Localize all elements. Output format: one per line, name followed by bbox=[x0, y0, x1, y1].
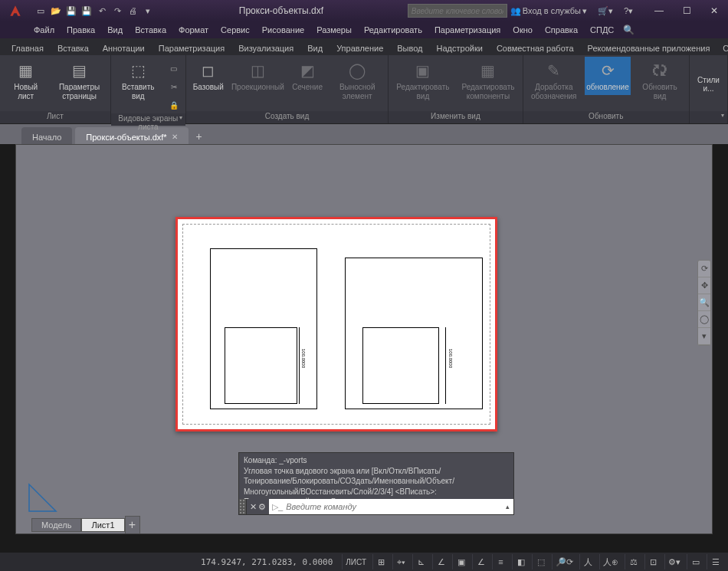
new-layout-button[interactable]: ▦ Новый лист bbox=[3, 57, 48, 103]
signin-button[interactable]: 👥 Вход в службы ▾ bbox=[507, 6, 590, 16]
panel-update: ✎ Доработка обозначения ⟳ обновление 🗘 О… bbox=[523, 55, 690, 123]
ucs-icon[interactable] bbox=[25, 477, 64, 515]
sb-selection-icon[interactable]: ⬚ bbox=[532, 554, 549, 569]
panel-viewports: ⬚ Вставить вид ▭ ✂ 🔒 Видовые экраны лист… bbox=[111, 55, 186, 123]
command-input[interactable] bbox=[286, 502, 501, 511]
ribbon-tab-collab[interactable]: Совместная работа bbox=[490, 41, 581, 55]
ribbon-tab-visualize[interactable]: Визуализация bbox=[231, 41, 300, 55]
maximize-button[interactable]: ☐ bbox=[673, 1, 700, 21]
qat-print-icon[interactable]: 🖨 bbox=[126, 4, 139, 18]
app-logo[interactable] bbox=[5, 2, 26, 20]
command-window[interactable]: Команда: _-vports Угловая точка видового… bbox=[238, 452, 514, 515]
menu-help[interactable]: Справка bbox=[539, 24, 584, 36]
ribbon-tab-featured[interactable]: Рекомендованные приложения bbox=[581, 41, 717, 55]
qat-save-icon[interactable]: 💾 bbox=[64, 4, 78, 18]
qat-more-icon[interactable]: ▾ bbox=[141, 4, 155, 18]
menu-view[interactable]: Вид bbox=[101, 24, 129, 36]
menu-parametric[interactable]: Параметризация bbox=[428, 24, 507, 36]
sb-osnap-icon[interactable]: ▣ bbox=[452, 554, 469, 569]
doctab-add-button[interactable]: + bbox=[192, 129, 207, 144]
layout-paper[interactable]: 100.0000 100.0000 bbox=[175, 217, 497, 432]
nav-pan-icon[interactable]: ✥ bbox=[698, 277, 710, 294]
menu-draw[interactable]: Рисование bbox=[256, 24, 310, 36]
ribbon-tab-manage[interactable]: Управление bbox=[330, 41, 390, 55]
sb-customize-icon[interactable]: ☰ bbox=[707, 554, 723, 569]
menu-edit[interactable]: Правка bbox=[61, 24, 101, 36]
viewport-2[interactable]: 100.0000 bbox=[345, 258, 483, 409]
menu-tools[interactable]: Сервис bbox=[215, 24, 256, 36]
drawing-rect-1 bbox=[225, 327, 297, 404]
coordinates-readout[interactable]: 174.9247, 271.0283, 0.0000 bbox=[201, 557, 333, 567]
nav-fullnav-icon[interactable]: ⟳ bbox=[698, 261, 710, 277]
cmd-close-icon[interactable]: ✕ bbox=[250, 502, 257, 512]
help-icon[interactable]: ?▾ bbox=[621, 6, 636, 16]
exchange-icon[interactable]: 🛒▾ bbox=[595, 6, 616, 16]
sb-lineweight-icon[interactable]: ≡ bbox=[492, 554, 509, 569]
cmd-options-icon[interactable]: ⚙ bbox=[258, 502, 266, 512]
sb-transparency-icon[interactable]: ◧ bbox=[512, 554, 529, 569]
panel-viewports-label[interactable]: Видовые экраны листа▾ bbox=[111, 113, 185, 126]
sb-clean-icon[interactable]: ▭ bbox=[687, 554, 703, 569]
layout-tab-model[interactable]: Модель bbox=[31, 518, 81, 532]
qat-undo-icon[interactable]: ↶ bbox=[95, 4, 109, 18]
menu-insert[interactable]: Вставка bbox=[129, 24, 172, 36]
doctab-file[interactable]: Прокси-объекты.dxf*✕ bbox=[75, 127, 188, 144]
menu-format[interactable]: Формат bbox=[172, 24, 215, 36]
doctab-close-icon[interactable]: ✕ bbox=[172, 133, 178, 141]
ribbon-tab-annotate[interactable]: Аннотации bbox=[96, 41, 152, 55]
sb-qprops-icon[interactable]: ⊡ bbox=[644, 554, 661, 569]
sb-ortho-icon[interactable]: ⊾ bbox=[412, 554, 429, 569]
close-button[interactable]: ✕ bbox=[700, 1, 728, 21]
menu-file[interactable]: Файл bbox=[28, 24, 61, 36]
menu-spds[interactable]: СПДС bbox=[584, 24, 620, 36]
menu-modify[interactable]: Редактировать bbox=[358, 24, 428, 36]
layout-tab-add[interactable]: + bbox=[125, 516, 140, 533]
ribbon-tab-spds[interactable]: СПДС 2019 bbox=[717, 41, 728, 55]
styles-label[interactable]: Стили и... bbox=[693, 76, 724, 93]
auto-update-button[interactable]: ⟳ обновление bbox=[585, 57, 631, 95]
panel-styles-dd[interactable]: ▾ bbox=[690, 111, 727, 123]
nav-orbit-icon[interactable]: ◯ bbox=[698, 311, 710, 328]
ribbon-tab-insert[interactable]: Вставка bbox=[51, 41, 96, 55]
qat-redo-icon[interactable]: ↷ bbox=[110, 4, 124, 18]
nav-zoom-icon[interactable]: 🔍 bbox=[698, 294, 710, 311]
sb-annovisible-icon[interactable]: 人 bbox=[579, 554, 596, 569]
qat-saveas-icon[interactable]: 💾 bbox=[80, 4, 93, 18]
vp-rect-icon[interactable]: ▭ bbox=[166, 60, 182, 77]
layout-tab-sheet1[interactable]: Лист1 bbox=[81, 518, 124, 532]
help-search-input[interactable] bbox=[408, 4, 507, 18]
sb-otrack-icon[interactable]: ∠ bbox=[472, 554, 489, 569]
drawing-area[interactable]: 100.0000 100.0000 ⟳ ✥ 🔍 ◯ ▾ Команда: _-v… bbox=[15, 144, 713, 534]
doctab-start[interactable]: Начало bbox=[21, 127, 72, 144]
nav-more-icon[interactable]: ▾ bbox=[698, 328, 710, 345]
menu-window[interactable]: Окно bbox=[507, 24, 539, 36]
ribbon-tab-view[interactable]: Вид bbox=[300, 41, 330, 55]
insert-view-button[interactable]: ⬚ Вставить вид bbox=[114, 57, 162, 103]
panel-modify-view: ▣ Редактировать вид ▦ Редактировать комп… bbox=[389, 55, 523, 123]
sb-units-icon[interactable]: ⚖ bbox=[625, 554, 641, 569]
ribbon-tab-home[interactable]: Главная bbox=[5, 41, 51, 55]
minimize-button[interactable]: ― bbox=[645, 1, 673, 21]
page-setup-button[interactable]: ▤ Параметры страницы bbox=[51, 57, 107, 103]
sb-grid-icon[interactable]: ⊞ bbox=[372, 554, 389, 569]
vp-lock-icon[interactable]: 🔒 bbox=[166, 97, 182, 113]
command-recent-icon[interactable]: ▴ bbox=[501, 503, 513, 510]
cmd-line: Команда: _-vports bbox=[244, 455, 509, 466]
ribbon-tab-parametric[interactable]: Параметризация bbox=[152, 41, 231, 55]
sb-polar-icon[interactable]: ∠ bbox=[432, 554, 449, 569]
vp-clip-icon[interactable]: ✂ bbox=[166, 78, 182, 95]
viewport-1[interactable]: 100.0000 bbox=[210, 248, 317, 409]
qat-new-icon[interactable]: ▭ bbox=[34, 4, 48, 18]
qat-open-icon[interactable]: 📂 bbox=[49, 4, 63, 18]
sb-annoauto-icon[interactable]: 人⊕ bbox=[599, 554, 621, 569]
menu-search-icon[interactable]: 🔍 bbox=[623, 25, 635, 35]
ribbon-tab-output[interactable]: Вывод bbox=[390, 41, 429, 55]
sb-workspace-icon[interactable]: ⚙▾ bbox=[664, 554, 684, 569]
command-drag-handle[interactable] bbox=[239, 499, 247, 514]
ribbon-tab-addins[interactable]: Надстройки bbox=[430, 41, 490, 55]
menu-dimension[interactable]: Размеры bbox=[310, 24, 358, 36]
space-toggle[interactable]: ЛИСТ bbox=[342, 554, 369, 569]
sb-annoscale-icon[interactable]: 🔎⟳ bbox=[552, 554, 576, 569]
sb-snap-icon[interactable]: ⌖▾ bbox=[392, 554, 409, 569]
base-view-button[interactable]: ◻ Базовый bbox=[189, 57, 228, 95]
